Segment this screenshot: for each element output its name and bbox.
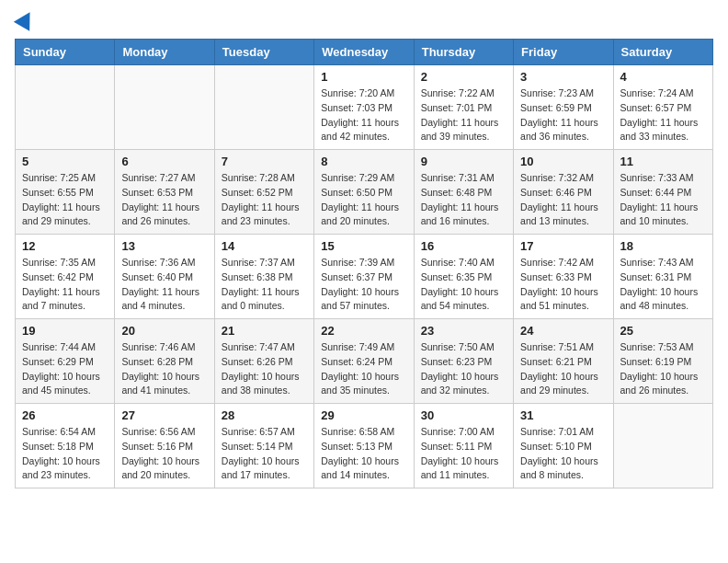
day-number: 30 (421, 408, 506, 422)
day-number: 22 (321, 324, 406, 338)
calendar-cell: 5Sunrise: 7:25 AM Sunset: 6:55 PM Daylig… (16, 150, 115, 235)
calendar-cell: 2Sunrise: 7:22 AM Sunset: 7:01 PM Daylig… (414, 65, 513, 150)
logo-triangle-icon (14, 7, 38, 31)
day-info: Sunrise: 7:25 AM Sunset: 6:55 PM Dayligh… (22, 171, 108, 229)
day-number: 28 (222, 408, 307, 422)
day-info: Sunrise: 7:00 AM Sunset: 5:11 PM Dayligh… (421, 425, 506, 483)
calendar-cell: 25Sunrise: 7:53 AM Sunset: 6:19 PM Dayli… (613, 319, 712, 404)
calendar-cell: 8Sunrise: 7:29 AM Sunset: 6:50 PM Daylig… (314, 150, 414, 235)
day-number: 24 (520, 324, 606, 338)
day-info: Sunrise: 7:46 AM Sunset: 6:28 PM Dayligh… (121, 340, 207, 398)
day-number: 7 (222, 155, 307, 168)
page-header (15, 15, 713, 28)
day-info: Sunrise: 7:40 AM Sunset: 6:35 PM Dayligh… (421, 256, 506, 314)
day-info: Sunrise: 7:39 AM Sunset: 6:37 PM Dayligh… (321, 256, 406, 314)
calendar-cell: 16Sunrise: 7:40 AM Sunset: 6:35 PM Dayli… (414, 235, 513, 319)
calendar-cell: 3Sunrise: 7:23 AM Sunset: 6:59 PM Daylig… (514, 65, 613, 150)
calendar-cell: 15Sunrise: 7:39 AM Sunset: 6:37 PM Dayli… (314, 235, 414, 319)
day-number: 11 (620, 155, 706, 168)
calendar-week-row: 12Sunrise: 7:35 AM Sunset: 6:42 PM Dayli… (16, 235, 713, 319)
calendar-cell: 4Sunrise: 7:24 AM Sunset: 6:57 PM Daylig… (613, 65, 712, 150)
day-info: Sunrise: 7:22 AM Sunset: 7:01 PM Dayligh… (421, 86, 506, 144)
calendar-cell (16, 65, 115, 150)
day-of-week-header: Sunday (16, 40, 115, 65)
day-info: Sunrise: 7:32 AM Sunset: 6:46 PM Dayligh… (520, 171, 606, 229)
day-info: Sunrise: 7:42 AM Sunset: 6:33 PM Dayligh… (520, 256, 606, 314)
calendar-table: SundayMondayTuesdayWednesdayThursdayFrid… (15, 39, 713, 488)
day-number: 1 (321, 70, 406, 84)
calendar-cell: 28Sunrise: 6:57 AM Sunset: 5:14 PM Dayli… (214, 404, 313, 488)
day-of-week-header: Tuesday (214, 40, 313, 65)
calendar-cell: 20Sunrise: 7:46 AM Sunset: 6:28 PM Dayli… (115, 319, 214, 404)
day-number: 25 (620, 324, 706, 338)
day-number: 4 (620, 70, 706, 84)
day-info: Sunrise: 7:50 AM Sunset: 6:23 PM Dayligh… (421, 340, 506, 398)
calendar-week-row: 19Sunrise: 7:44 AM Sunset: 6:29 PM Dayli… (16, 319, 713, 404)
day-number: 23 (421, 324, 506, 338)
day-number: 26 (22, 408, 108, 422)
day-info: Sunrise: 6:56 AM Sunset: 5:16 PM Dayligh… (121, 425, 207, 483)
calendar-cell: 13Sunrise: 7:36 AM Sunset: 6:40 PM Dayli… (115, 235, 214, 319)
day-number: 8 (321, 155, 406, 168)
calendar-cell: 31Sunrise: 7:01 AM Sunset: 5:10 PM Dayli… (514, 404, 613, 488)
day-number: 19 (22, 324, 108, 338)
day-number: 5 (22, 155, 108, 168)
day-number: 29 (321, 408, 406, 422)
day-number: 2 (421, 70, 506, 84)
day-info: Sunrise: 7:27 AM Sunset: 6:53 PM Dayligh… (121, 171, 207, 229)
day-info: Sunrise: 7:43 AM Sunset: 6:31 PM Dayligh… (620, 256, 706, 314)
day-info: Sunrise: 6:58 AM Sunset: 5:13 PM Dayligh… (321, 425, 406, 483)
calendar-cell: 18Sunrise: 7:43 AM Sunset: 6:31 PM Dayli… (613, 235, 712, 319)
day-number: 16 (421, 239, 506, 253)
day-info: Sunrise: 6:54 AM Sunset: 5:18 PM Dayligh… (22, 425, 108, 483)
day-info: Sunrise: 7:23 AM Sunset: 6:59 PM Dayligh… (520, 86, 606, 144)
calendar-cell: 17Sunrise: 7:42 AM Sunset: 6:33 PM Dayli… (514, 235, 613, 319)
day-of-week-header: Monday (115, 40, 214, 65)
calendar-week-row: 1Sunrise: 7:20 AM Sunset: 7:03 PM Daylig… (16, 65, 713, 150)
day-number: 13 (121, 239, 207, 253)
calendar-cell: 29Sunrise: 6:58 AM Sunset: 5:13 PM Dayli… (314, 404, 414, 488)
day-info: Sunrise: 7:28 AM Sunset: 6:52 PM Dayligh… (222, 171, 307, 229)
calendar-cell (115, 65, 214, 150)
calendar-cell: 19Sunrise: 7:44 AM Sunset: 6:29 PM Dayli… (16, 319, 115, 404)
day-info: Sunrise: 7:33 AM Sunset: 6:44 PM Dayligh… (620, 171, 706, 229)
calendar-cell: 14Sunrise: 7:37 AM Sunset: 6:38 PM Dayli… (214, 235, 313, 319)
day-number: 6 (121, 155, 207, 168)
day-number: 15 (321, 239, 406, 253)
day-info: Sunrise: 7:53 AM Sunset: 6:19 PM Dayligh… (620, 340, 706, 398)
day-number: 31 (520, 408, 606, 422)
day-number: 9 (421, 155, 506, 168)
calendar-week-row: 26Sunrise: 6:54 AM Sunset: 5:18 PM Dayli… (16, 404, 713, 488)
calendar-cell (214, 65, 313, 150)
day-info: Sunrise: 7:31 AM Sunset: 6:48 PM Dayligh… (421, 171, 506, 229)
calendar-cell: 24Sunrise: 7:51 AM Sunset: 6:21 PM Dayli… (514, 319, 613, 404)
calendar-cell: 22Sunrise: 7:49 AM Sunset: 6:24 PM Dayli… (314, 319, 414, 404)
day-info: Sunrise: 7:35 AM Sunset: 6:42 PM Dayligh… (22, 256, 108, 314)
day-info: Sunrise: 7:51 AM Sunset: 6:21 PM Dayligh… (520, 340, 606, 398)
day-of-week-header: Friday (514, 40, 613, 65)
day-number: 3 (520, 70, 606, 84)
day-info: Sunrise: 7:20 AM Sunset: 7:03 PM Dayligh… (321, 86, 406, 144)
day-info: Sunrise: 7:36 AM Sunset: 6:40 PM Dayligh… (121, 256, 207, 314)
day-number: 17 (520, 239, 606, 253)
calendar-cell: 12Sunrise: 7:35 AM Sunset: 6:42 PM Dayli… (16, 235, 115, 319)
day-info: Sunrise: 7:29 AM Sunset: 6:50 PM Dayligh… (321, 171, 406, 229)
day-info: Sunrise: 6:57 AM Sunset: 5:14 PM Dayligh… (222, 425, 307, 483)
calendar-cell: 7Sunrise: 7:28 AM Sunset: 6:52 PM Daylig… (214, 150, 313, 235)
day-number: 12 (22, 239, 108, 253)
day-of-week-header: Thursday (414, 40, 513, 65)
calendar-week-row: 5Sunrise: 7:25 AM Sunset: 6:55 PM Daylig… (16, 150, 713, 235)
calendar-cell: 11Sunrise: 7:33 AM Sunset: 6:44 PM Dayli… (613, 150, 712, 235)
day-info: Sunrise: 7:37 AM Sunset: 6:38 PM Dayligh… (222, 256, 307, 314)
day-of-week-header: Saturday (613, 40, 712, 65)
day-info: Sunrise: 7:44 AM Sunset: 6:29 PM Dayligh… (22, 340, 108, 398)
day-number: 10 (520, 155, 606, 168)
day-number: 27 (121, 408, 207, 422)
calendar-cell: 6Sunrise: 7:27 AM Sunset: 6:53 PM Daylig… (115, 150, 214, 235)
calendar-cell: 9Sunrise: 7:31 AM Sunset: 6:48 PM Daylig… (414, 150, 513, 235)
day-info: Sunrise: 7:49 AM Sunset: 6:24 PM Dayligh… (321, 340, 406, 398)
calendar-cell: 23Sunrise: 7:50 AM Sunset: 6:23 PM Dayli… (414, 319, 513, 404)
calendar-cell: 10Sunrise: 7:32 AM Sunset: 6:46 PM Dayli… (514, 150, 613, 235)
calendar-cell: 27Sunrise: 6:56 AM Sunset: 5:16 PM Dayli… (115, 404, 214, 488)
calendar-header-row: SundayMondayTuesdayWednesdayThursdayFrid… (16, 40, 713, 65)
